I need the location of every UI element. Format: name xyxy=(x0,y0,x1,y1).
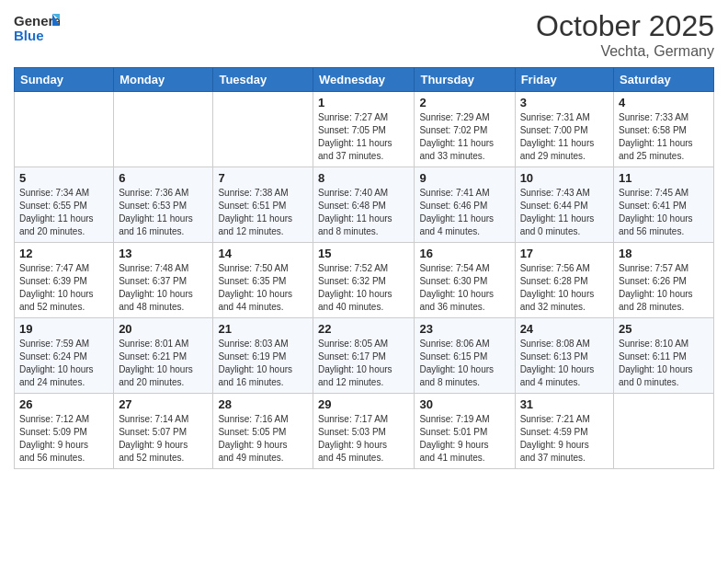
table-cell xyxy=(614,394,714,469)
table-cell xyxy=(114,92,213,167)
day-info: Sunrise: 8:10 AMSunset: 6:11 PMDaylight:… xyxy=(619,338,709,389)
day-info: Sunrise: 7:33 AMSunset: 6:58 PMDaylight:… xyxy=(619,111,709,163)
day-number: 2 xyxy=(419,96,509,109)
week-row-1: 1Sunrise: 7:27 AMSunset: 7:05 PMDaylight… xyxy=(15,92,714,167)
day-info: Sunrise: 7:47 AMSunset: 6:39 PMDaylight:… xyxy=(19,262,108,314)
header-monday: Monday xyxy=(114,68,213,92)
day-info: Sunrise: 7:43 AMSunset: 6:44 PMDaylight:… xyxy=(520,187,609,238)
logo-image: General Blue xyxy=(14,9,60,50)
day-number: 1 xyxy=(318,96,409,109)
table-cell: 12Sunrise: 7:47 AMSunset: 6:39 PMDayligh… xyxy=(15,243,114,318)
day-number: 31 xyxy=(520,397,609,411)
day-number: 14 xyxy=(218,247,308,260)
day-number: 6 xyxy=(119,171,208,185)
day-number: 23 xyxy=(419,322,509,336)
table-cell: 25Sunrise: 8:10 AMSunset: 6:11 PMDayligh… xyxy=(614,318,714,394)
day-info: Sunrise: 7:56 AMSunset: 6:28 PMDaylight:… xyxy=(520,262,609,314)
header-thursday: Thursday xyxy=(415,68,515,92)
day-number: 28 xyxy=(218,397,308,411)
week-row-4: 19Sunrise: 7:59 AMSunset: 6:24 PMDayligh… xyxy=(15,318,714,394)
day-number: 5 xyxy=(19,171,108,185)
table-cell: 21Sunrise: 8:03 AMSunset: 6:19 PMDayligh… xyxy=(213,318,313,394)
day-number: 4 xyxy=(619,96,709,109)
table-cell: 23Sunrise: 8:06 AMSunset: 6:15 PMDayligh… xyxy=(415,318,515,394)
table-cell: 22Sunrise: 8:05 AMSunset: 6:17 PMDayligh… xyxy=(313,318,415,394)
day-info: Sunrise: 7:12 AMSunset: 5:09 PMDaylight:… xyxy=(19,413,108,465)
table-cell xyxy=(213,92,313,167)
table-cell: 8Sunrise: 7:40 AMSunset: 6:48 PMDaylight… xyxy=(313,167,415,243)
day-number: 30 xyxy=(419,397,509,411)
table-cell: 6Sunrise: 7:36 AMSunset: 6:53 PMDaylight… xyxy=(114,167,213,243)
day-info: Sunrise: 7:48 AMSunset: 6:37 PMDaylight:… xyxy=(119,262,208,314)
day-number: 13 xyxy=(119,247,208,260)
day-info: Sunrise: 7:16 AMSunset: 5:05 PMDaylight:… xyxy=(218,413,308,465)
day-number: 24 xyxy=(520,322,609,336)
svg-text:Blue: Blue xyxy=(14,28,44,43)
table-cell: 28Sunrise: 7:16 AMSunset: 5:05 PMDayligh… xyxy=(213,394,313,469)
table-cell: 17Sunrise: 7:56 AMSunset: 6:28 PMDayligh… xyxy=(515,243,613,318)
day-number: 16 xyxy=(419,247,509,260)
day-info: Sunrise: 7:29 AMSunset: 7:02 PMDaylight:… xyxy=(419,111,509,163)
header-sunday: Sunday xyxy=(15,68,114,92)
day-number: 21 xyxy=(218,322,308,336)
page-container: General Blue October 2025 Vechta, German… xyxy=(0,0,728,478)
table-cell: 19Sunrise: 7:59 AMSunset: 6:24 PMDayligh… xyxy=(15,318,114,394)
day-number: 3 xyxy=(520,96,609,109)
table-cell: 1Sunrise: 7:27 AMSunset: 7:05 PMDaylight… xyxy=(313,92,415,167)
table-cell: 15Sunrise: 7:52 AMSunset: 6:32 PMDayligh… xyxy=(313,243,415,318)
header-tuesday: Tuesday xyxy=(213,68,313,92)
day-info: Sunrise: 7:19 AMSunset: 5:01 PMDaylight:… xyxy=(419,413,509,465)
table-cell: 16Sunrise: 7:54 AMSunset: 6:30 PMDayligh… xyxy=(415,243,515,318)
table-cell xyxy=(15,92,114,167)
week-row-3: 12Sunrise: 7:47 AMSunset: 6:39 PMDayligh… xyxy=(15,243,714,318)
day-info: Sunrise: 7:40 AMSunset: 6:48 PMDaylight:… xyxy=(318,187,409,238)
day-number: 27 xyxy=(119,397,208,411)
day-number: 22 xyxy=(318,322,409,336)
day-info: Sunrise: 7:52 AMSunset: 6:32 PMDaylight:… xyxy=(318,262,409,314)
calendar: Sunday Monday Tuesday Wednesday Thursday… xyxy=(14,67,714,469)
header-saturday: Saturday xyxy=(614,68,714,92)
day-info: Sunrise: 7:34 AMSunset: 6:55 PMDaylight:… xyxy=(19,187,108,238)
day-number: 8 xyxy=(318,171,409,185)
day-number: 10 xyxy=(520,171,609,185)
day-info: Sunrise: 7:41 AMSunset: 6:46 PMDaylight:… xyxy=(419,187,509,238)
header-friday: Friday xyxy=(515,68,613,92)
day-info: Sunrise: 7:45 AMSunset: 6:41 PMDaylight:… xyxy=(619,187,709,238)
table-cell: 10Sunrise: 7:43 AMSunset: 6:44 PMDayligh… xyxy=(515,167,613,243)
table-cell: 5Sunrise: 7:34 AMSunset: 6:55 PMDaylight… xyxy=(15,167,114,243)
day-number: 17 xyxy=(520,247,609,260)
day-number: 11 xyxy=(619,171,709,185)
title-block: October 2025 Vechta, Germany xyxy=(536,9,714,60)
header-wednesday: Wednesday xyxy=(313,68,415,92)
day-info: Sunrise: 8:08 AMSunset: 6:13 PMDaylight:… xyxy=(520,338,609,389)
table-cell: 14Sunrise: 7:50 AMSunset: 6:35 PMDayligh… xyxy=(213,243,313,318)
day-number: 12 xyxy=(19,247,108,260)
table-cell: 24Sunrise: 8:08 AMSunset: 6:13 PMDayligh… xyxy=(515,318,613,394)
week-row-5: 26Sunrise: 7:12 AMSunset: 5:09 PMDayligh… xyxy=(15,394,714,469)
table-cell: 11Sunrise: 7:45 AMSunset: 6:41 PMDayligh… xyxy=(614,167,714,243)
day-info: Sunrise: 7:38 AMSunset: 6:51 PMDaylight:… xyxy=(218,187,308,238)
day-info: Sunrise: 7:17 AMSunset: 5:03 PMDaylight:… xyxy=(318,413,409,465)
table-cell: 26Sunrise: 7:12 AMSunset: 5:09 PMDayligh… xyxy=(15,394,114,469)
day-info: Sunrise: 7:14 AMSunset: 5:07 PMDaylight:… xyxy=(119,413,208,465)
day-info: Sunrise: 8:01 AMSunset: 6:21 PMDaylight:… xyxy=(119,338,208,389)
table-cell: 27Sunrise: 7:14 AMSunset: 5:07 PMDayligh… xyxy=(114,394,213,469)
table-cell: 3Sunrise: 7:31 AMSunset: 7:00 PMDaylight… xyxy=(515,92,613,167)
logo: General Blue xyxy=(14,9,60,50)
day-number: 19 xyxy=(19,322,108,336)
location-subtitle: Vechta, Germany xyxy=(536,43,714,60)
day-info: Sunrise: 8:06 AMSunset: 6:15 PMDaylight:… xyxy=(419,338,509,389)
day-number: 9 xyxy=(419,171,509,185)
header: General Blue October 2025 Vechta, German… xyxy=(14,9,714,60)
day-number: 26 xyxy=(19,397,108,411)
day-info: Sunrise: 7:50 AMSunset: 6:35 PMDaylight:… xyxy=(218,262,308,314)
table-cell: 29Sunrise: 7:17 AMSunset: 5:03 PMDayligh… xyxy=(313,394,415,469)
day-number: 7 xyxy=(218,171,308,185)
week-row-2: 5Sunrise: 7:34 AMSunset: 6:55 PMDaylight… xyxy=(15,167,714,243)
day-number: 15 xyxy=(318,247,409,260)
day-number: 29 xyxy=(318,397,409,411)
day-info: Sunrise: 7:57 AMSunset: 6:26 PMDaylight:… xyxy=(619,262,709,314)
weekday-header-row: Sunday Monday Tuesday Wednesday Thursday… xyxy=(15,68,714,92)
day-info: Sunrise: 7:27 AMSunset: 7:05 PMDaylight:… xyxy=(318,111,409,163)
table-cell: 2Sunrise: 7:29 AMSunset: 7:02 PMDaylight… xyxy=(415,92,515,167)
